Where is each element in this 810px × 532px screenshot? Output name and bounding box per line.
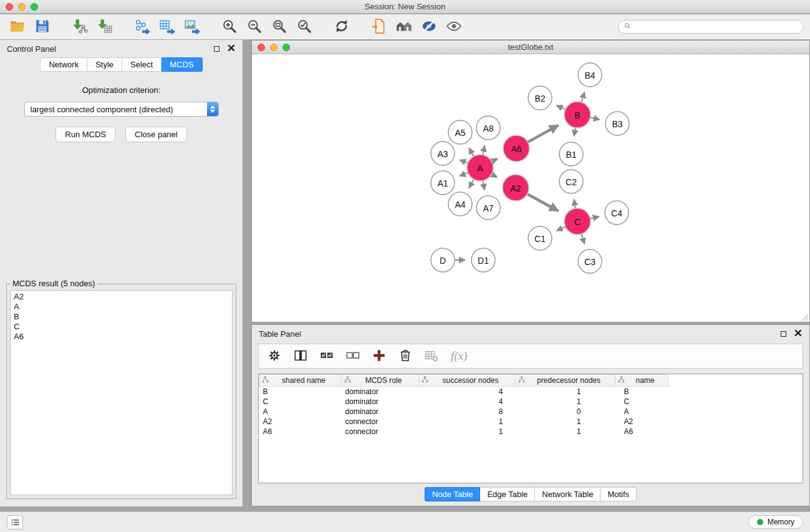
select-all-button[interactable] xyxy=(320,349,334,364)
float-panel-icon[interactable] xyxy=(214,46,219,52)
network-edge-A6-B[interactable] xyxy=(528,125,558,142)
resize-grip[interactable] xyxy=(801,314,809,321)
table-row[interactable]: A6connector11A6 xyxy=(259,427,668,437)
network-node-A5[interactable]: A5 xyxy=(448,120,472,144)
network-edge-A-A2[interactable] xyxy=(491,174,496,177)
network-edge-A-A8[interactable] xyxy=(483,145,485,155)
deselect-all-button[interactable] xyxy=(346,349,360,364)
close-panel-button[interactable]: Close panel xyxy=(125,127,187,142)
network-edge-A2-C[interactable] xyxy=(527,194,558,211)
tab-style[interactable]: Style xyxy=(87,57,122,72)
network-node-A1[interactable]: A1 xyxy=(431,171,455,195)
close-panel-icon[interactable]: ✕ xyxy=(227,45,236,52)
column-header-MCDS-role[interactable]: MCDS role xyxy=(342,375,419,387)
network-node-D1[interactable]: D1 xyxy=(471,248,495,272)
search-field[interactable] xyxy=(618,20,804,34)
network-node-A3[interactable]: A3 xyxy=(431,142,455,165)
column-header-predecessor-nodes[interactable]: predecessor nodes xyxy=(516,375,615,387)
network-edge-A-A6[interactable] xyxy=(492,158,498,162)
settings-gear-button[interactable] xyxy=(268,349,281,364)
network-node-C3[interactable]: C3 xyxy=(578,249,602,273)
import-table-file-button[interactable] xyxy=(94,17,116,37)
network-node-C4[interactable]: C4 xyxy=(605,201,629,225)
zoom-in-button[interactable] xyxy=(218,17,241,37)
network-edge-C-C2[interactable] xyxy=(574,200,575,209)
table-cell: 1 xyxy=(516,417,615,427)
network-node-C1[interactable]: C1 xyxy=(528,226,552,250)
import-network-file-button[interactable] xyxy=(69,17,91,37)
network-node-B4[interactable]: B4 xyxy=(578,63,602,87)
memory-button[interactable]: Memory xyxy=(748,515,803,529)
tab-mcds[interactable]: MCDS xyxy=(162,57,202,72)
network-node-B1[interactable]: B1 xyxy=(559,142,583,166)
tab-network-table[interactable]: Network Table xyxy=(535,487,600,501)
network-node-A4[interactable]: A4 xyxy=(448,192,472,216)
table-cell: B xyxy=(615,387,668,397)
tab-network[interactable]: Network xyxy=(40,57,87,72)
export-network-button[interactable] xyxy=(131,17,153,37)
network-edge-C-C4[interactable] xyxy=(590,216,599,218)
network-node-B[interactable]: B xyxy=(564,102,591,128)
export-image-button[interactable] xyxy=(181,17,203,37)
save-session-button[interactable] xyxy=(31,17,54,37)
task-history-button[interactable] xyxy=(7,515,23,530)
network-canvas[interactable]: B4B2BB3A5A8A6A3B1AC2A1A2A4A7C4CC1C3DD1 xyxy=(252,54,809,322)
workspace: Control Panel ✕ NetworkStyleSelectMCDS O… xyxy=(0,40,810,511)
table-float-panel-icon[interactable] xyxy=(781,331,786,337)
open-file-button[interactable] xyxy=(6,17,29,37)
table-cell: connector xyxy=(342,427,419,437)
network-node-C[interactable]: C xyxy=(564,208,591,235)
home-button[interactable] xyxy=(393,17,415,37)
column-header-name[interactable]: name xyxy=(615,375,668,387)
table-row[interactable]: A2connector11A2 xyxy=(259,417,668,427)
table-cell: A xyxy=(615,407,668,417)
network-node-A6[interactable]: A6 xyxy=(503,135,529,162)
tab-motifs[interactable]: Motifs xyxy=(600,487,637,501)
table-close-panel-icon[interactable]: ✕ xyxy=(794,330,803,337)
network-node-D[interactable]: D xyxy=(431,248,455,272)
table-row[interactable]: Bdominator41B xyxy=(259,387,668,397)
export-table-button[interactable] xyxy=(156,17,178,37)
network-edge-A-A3[interactable] xyxy=(460,160,468,163)
network-node-A8[interactable]: A8 xyxy=(476,116,500,140)
criterion-dropdown[interactable]: largest connected component (directed) xyxy=(24,102,219,117)
tab-edge-table[interactable]: Edge Table xyxy=(480,487,535,501)
network-edge-B-B3[interactable] xyxy=(591,117,600,119)
column-header-shared-name[interactable]: shared name xyxy=(259,375,342,387)
tab-node-table[interactable]: Node Table xyxy=(425,487,481,501)
network-edge-B-B4[interactable] xyxy=(581,92,584,102)
network-node-A7[interactable]: A7 xyxy=(476,196,500,220)
zoom-selected-button[interactable] xyxy=(293,17,316,37)
network-edge-A-A4[interactable] xyxy=(469,179,474,188)
search-input[interactable] xyxy=(635,22,798,31)
add-column-button[interactable] xyxy=(372,349,386,364)
network-node-A[interactable]: A xyxy=(467,155,493,181)
refresh-button[interactable] xyxy=(330,17,353,37)
column-selector-button[interactable] xyxy=(294,349,307,364)
graphics-details-button[interactable] xyxy=(418,17,440,37)
network-node-B3[interactable]: B3 xyxy=(605,112,629,135)
select-all-icon xyxy=(320,349,334,364)
network-edge-A-A5[interactable] xyxy=(469,148,474,156)
toolbar-group xyxy=(69,17,116,37)
column-header-successor-nodes[interactable]: successor nodes xyxy=(419,375,516,387)
network-edge-C-C1[interactable] xyxy=(556,227,565,231)
network-edge-A-A7[interactable] xyxy=(483,181,485,190)
zoom-fit-button[interactable] xyxy=(268,17,291,37)
network-edge-C-C3[interactable] xyxy=(581,234,584,244)
table-row[interactable]: Adominator80A xyxy=(259,407,668,417)
network-edge-A-A1[interactable] xyxy=(460,173,468,176)
network-edge-B-B2[interactable] xyxy=(556,105,565,109)
svg-text:C4: C4 xyxy=(611,208,622,218)
network-node-A2[interactable]: A2 xyxy=(503,175,529,201)
zoom-out-button[interactable] xyxy=(243,17,266,37)
run-mcds-button[interactable]: Run MCDS xyxy=(55,127,115,142)
network-edge-B-B1[interactable] xyxy=(574,128,576,137)
table-row[interactable]: Cdominator41C xyxy=(259,397,668,407)
show-hide-button[interactable] xyxy=(443,17,465,37)
page-export-button[interactable] xyxy=(368,17,390,37)
network-node-B2[interactable]: B2 xyxy=(528,86,552,110)
network-node-C2[interactable]: C2 xyxy=(559,170,583,193)
delete-column-button[interactable] xyxy=(398,349,412,364)
tab-select[interactable]: Select xyxy=(122,57,162,72)
